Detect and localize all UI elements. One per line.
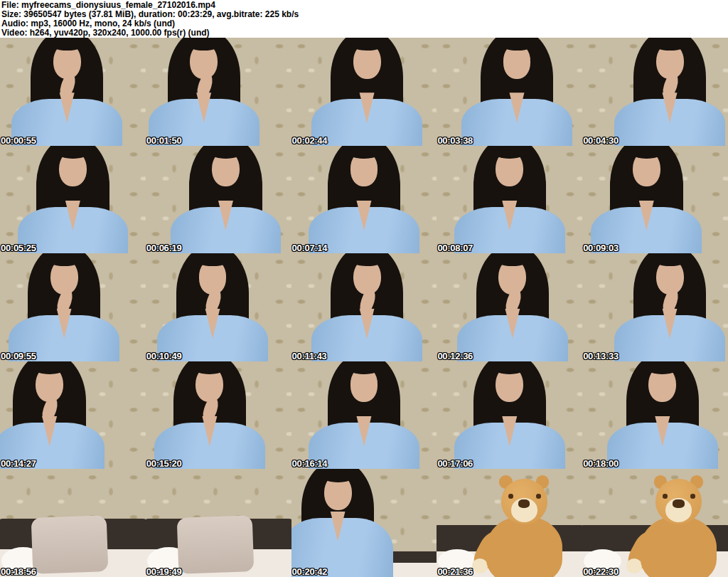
hair-fringe xyxy=(348,147,380,159)
hair-fringe xyxy=(654,255,686,267)
timestamp-label: 00:05:25 xyxy=(1,243,36,253)
teddy-eye-right xyxy=(690,494,695,499)
video-info-line: Video: h264, yuv420p, 320x240, 1000.00 f… xyxy=(1,28,728,38)
thumbnail-frame: 00:17:06 xyxy=(437,361,582,470)
thumbnail-frame: 00:00:55 xyxy=(0,38,146,146)
thumbnail-frame: 00:05:25 xyxy=(0,146,146,254)
timestamp-label: 00:01:50 xyxy=(146,135,182,146)
thumbnail-frame: 00:13:33 xyxy=(582,253,728,361)
thumbnail-frame: 00:06:19 xyxy=(146,146,291,254)
teddy-eye-right xyxy=(536,494,541,499)
thumbnail-frame: 00:18:00 xyxy=(582,361,728,470)
thumbnail-frame: 00:18:56 xyxy=(0,469,146,577)
timestamp-label: 00:07:14 xyxy=(292,243,328,253)
hair-fringe xyxy=(351,255,383,267)
timestamp-label: 00:02:44 xyxy=(292,135,328,146)
video-contact-sheet: File: myfreecams_dionysiuus_female_27102… xyxy=(0,0,728,577)
thumbnail-frame: 00:11:43 xyxy=(291,253,437,361)
thumbnail-frame: 00:03:38 xyxy=(437,38,582,146)
timestamp-label: 00:19:49 xyxy=(146,566,182,577)
hair-fringe xyxy=(646,362,678,374)
thumbnail-frame: 00:20:42 xyxy=(291,469,437,577)
hair-fringe xyxy=(501,39,533,51)
thumbnail-frame: 00:08:07 xyxy=(437,146,582,254)
timestamp-label: 00:08:07 xyxy=(437,243,473,253)
timestamp-label: 00:21:36 xyxy=(437,566,473,577)
file-info-header: File: myfreecams_dionysiuus_female_27102… xyxy=(0,0,728,38)
thumbnail-frame: 00:10:49 xyxy=(146,253,291,361)
teddy-nose xyxy=(673,499,684,508)
hair-fringe xyxy=(348,362,380,374)
hair-fringe xyxy=(196,255,228,267)
thumbnail-frame: 00:15:20 xyxy=(146,361,291,470)
timestamp-label: 00:17:06 xyxy=(437,458,473,469)
timestamp-label: 00:06:19 xyxy=(146,243,182,253)
teddy-eye-left xyxy=(663,494,668,499)
thumbnail-frame: 00:22:30 xyxy=(582,469,728,577)
thumbnail-frame: 00:14:27 xyxy=(0,361,146,470)
thumbnail-frame: 00:01:50 xyxy=(146,38,291,146)
timestamp-label: 00:15:20 xyxy=(146,458,182,469)
timestamp-label: 00:11:43 xyxy=(292,351,327,361)
thumbnail-frame: 00:02:44 xyxy=(291,38,437,146)
timestamp-label: 00:12:36 xyxy=(437,351,473,361)
hair-fringe xyxy=(351,39,383,51)
hair-fringe xyxy=(322,470,354,482)
timestamp-label: 00:10:49 xyxy=(146,351,182,361)
pillow xyxy=(31,515,109,573)
teddy-nose xyxy=(518,499,530,508)
timestamp-label: 00:00:55 xyxy=(1,135,36,146)
thumbnail-frame: 00:09:55 xyxy=(0,253,146,361)
hair-fringe xyxy=(493,147,525,159)
timestamp-label: 00:09:55 xyxy=(1,351,36,361)
hair-fringe xyxy=(493,362,525,374)
teddy-body xyxy=(641,517,717,577)
hair-fringe xyxy=(48,255,80,267)
teddy-eye-left xyxy=(508,494,513,499)
thumbnail-frame: 00:09:03 xyxy=(582,146,728,254)
timestamp-label: 00:16:14 xyxy=(292,458,328,469)
timestamp-label: 00:09:03 xyxy=(583,243,619,253)
timestamp-label: 00:14:27 xyxy=(1,458,36,469)
pillow xyxy=(177,515,255,573)
timestamp-label: 00:18:00 xyxy=(583,458,619,469)
thumbnail-frame: 00:16:14 xyxy=(291,361,437,470)
hair-fringe xyxy=(210,147,242,159)
thumbnail-frame: 00:12:36 xyxy=(437,253,582,361)
timestamp-label: 00:04:30 xyxy=(583,135,619,146)
thumbnail-frame: 00:04:30 xyxy=(582,38,728,146)
thumbnail-frame: 00:07:14 xyxy=(291,146,437,254)
hair-fringe xyxy=(631,147,663,159)
timestamp-label: 00:13:33 xyxy=(583,351,619,361)
thumbnail-grid: 00:00:5500:01:5000:02:4400:03:3800:04:30… xyxy=(0,38,728,577)
timestamp-label: 00:18:56 xyxy=(1,566,36,577)
teddy-body xyxy=(486,517,562,577)
thumbnail-frame: 00:21:36 xyxy=(437,469,582,577)
hair-fringe xyxy=(33,362,65,374)
timestamp-label: 00:03:38 xyxy=(437,135,473,146)
hair-fringe xyxy=(57,147,89,159)
hair-fringe xyxy=(188,39,220,51)
hair-fringe xyxy=(654,39,686,51)
hair-fringe xyxy=(51,39,83,51)
timestamp-label: 00:22:30 xyxy=(583,566,619,577)
thumbnail-frame: 00:19:49 xyxy=(146,469,291,577)
timestamp-label: 00:20:42 xyxy=(292,566,328,577)
